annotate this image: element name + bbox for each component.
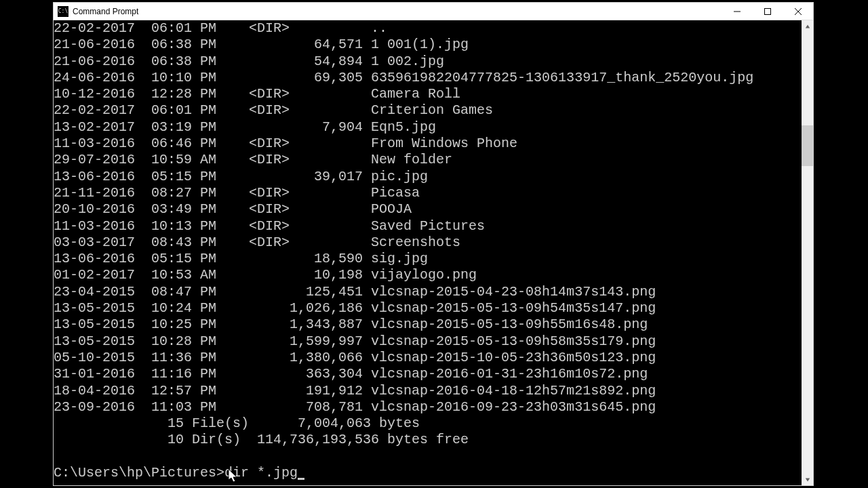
dir-entry-row: 05-10-2015 11:36 PM 1,380,066 vlcsnap-20… — [54, 350, 802, 366]
typed-command: dir *.jpg — [224, 465, 298, 481]
scroll-down-button[interactable] — [802, 474, 813, 485]
blank-line — [54, 449, 802, 465]
minimize-button[interactable] — [722, 3, 752, 20]
dir-entry-row: 22-02-2017 06:01 PM <DIR> .. — [54, 20, 802, 37]
command-prompt-window: C:\ Command Prompt 22-02-2017 06:01 PM <… — [53, 2, 814, 486]
close-button[interactable] — [783, 3, 813, 20]
cmd-icon: C:\ — [58, 6, 68, 17]
dir-entry-row: 20-10-2016 03:49 PM <DIR> POOJA — [54, 201, 802, 218]
dir-entry-row: 13-06-2016 05:15 PM 39,017 pic.jpg — [54, 169, 802, 185]
dir-entry-row: 10-12-2016 12:28 PM <DIR> Camera Roll — [54, 86, 802, 102]
prompt-line[interactable]: C:\Users\hp\Pictures>dir *.jpg — [54, 465, 802, 481]
scrollbar-thumb[interactable] — [802, 125, 813, 166]
console-area: 22-02-2017 06:01 PM <DIR> ..21-06-2016 0… — [54, 20, 813, 485]
dir-entry-row: 13-05-2015 10:25 PM 1,343,887 vlcsnap-20… — [54, 317, 802, 333]
dir-entry-row: 11-03-2016 10:13 PM <DIR> Saved Pictures — [54, 218, 802, 235]
dir-entry-row: 29-07-2016 10:59 AM <DIR> New folder — [54, 152, 802, 168]
dir-entry-row: 13-05-2015 10:28 PM 1,599,997 vlcsnap-20… — [54, 333, 802, 350]
summary-dirs: 10 Dir(s) 114,736,193,536 bytes free — [54, 432, 802, 448]
svg-marker-5 — [805, 478, 809, 481]
window-title: Command Prompt — [73, 7, 722, 16]
dir-entry-row: 31-01-2016 11:16 PM 363,304 vlcsnap-2016… — [54, 366, 802, 382]
dir-entry-row: 11-03-2016 06:46 PM <DIR> From Windows P… — [54, 136, 802, 152]
dir-entry-row: 13-05-2015 10:24 PM 1,026,186 vlcsnap-20… — [54, 300, 802, 317]
vertical-scrollbar[interactable] — [802, 20, 813, 485]
prompt-path: C:\Users\hp\Pictures> — [54, 465, 224, 481]
dir-entry-row: 21-11-2016 08:27 PM <DIR> Picasa — [54, 185, 802, 201]
dir-entry-row: 23-04-2015 08:47 PM 125,451 vlcsnap-2015… — [54, 284, 802, 300]
dir-entry-row: 24-06-2016 10:10 PM 69,305 6359619822047… — [54, 70, 802, 86]
dir-entry-row: 21-06-2016 06:38 PM 54,894 1 002.jpg — [54, 54, 802, 70]
dir-entry-row: 01-02-2017 10:53 AM 10,198 vijaylogo.png — [54, 267, 802, 283]
dir-entry-row: 22-02-2017 06:01 PM <DIR> Criterion Game… — [54, 102, 802, 119]
svg-rect-1 — [764, 8, 770, 14]
dir-entry-row: 03-03-2017 08:43 PM <DIR> Screenshots — [54, 235, 802, 251]
dir-entry-row: 23-09-2016 11:03 PM 708,781 vlcsnap-2016… — [54, 399, 802, 415]
dir-entry-row: 13-06-2016 05:15 PM 18,590 sig.jpg — [54, 251, 802, 267]
dir-entry-row: 13-02-2017 03:19 PM 7,904 Eqn5.jpg — [54, 119, 802, 136]
svg-marker-4 — [805, 24, 809, 28]
dir-entry-row: 21-06-2016 06:38 PM 64,571 1 001(1).jpg — [54, 37, 802, 53]
maximize-button[interactable] — [752, 3, 783, 20]
text-cursor — [298, 478, 304, 480]
console-output[interactable]: 22-02-2017 06:01 PM <DIR> ..21-06-2016 0… — [54, 20, 802, 485]
titlebar[interactable]: C:\ Command Prompt — [54, 3, 813, 20]
scroll-up-button[interactable] — [802, 20, 813, 32]
summary-files: 15 File(s) 7,004,063 bytes — [54, 415, 802, 432]
window-controls — [722, 3, 813, 20]
dir-entry-row: 18-04-2016 12:57 PM 191,912 vlcsnap-2016… — [54, 383, 802, 399]
